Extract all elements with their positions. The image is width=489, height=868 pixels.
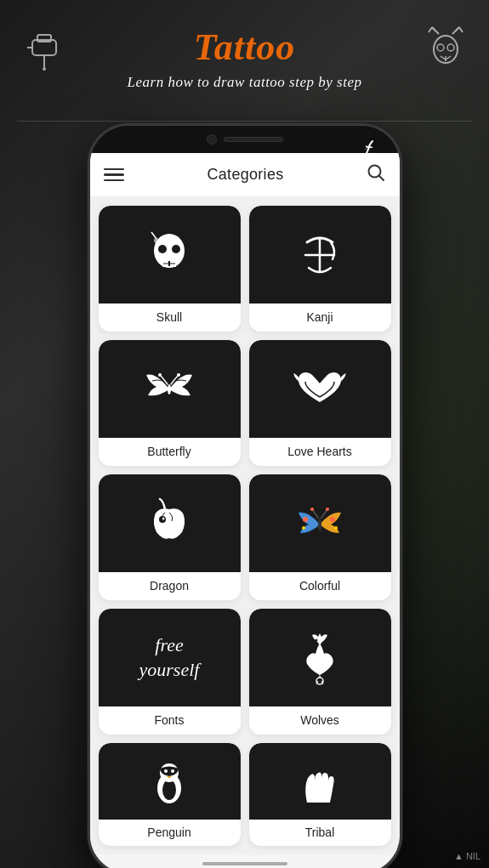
home-bar — [202, 862, 287, 865]
penguin-image — [99, 743, 241, 820]
phone-home-indicator — [90, 854, 400, 868]
svg-point-29 — [303, 517, 308, 522]
phone-screen: Categories — [90, 153, 400, 854]
fonts-image: freeyourself — [99, 609, 241, 706]
category-card-kanji[interactable]: Kanji — [249, 206, 391, 332]
svg-point-34 — [310, 508, 314, 511]
kanji-image — [249, 206, 391, 304]
search-button[interactable] — [367, 163, 385, 186]
penguin-label: Penguin — [99, 820, 241, 846]
screen-topbar: Categories — [90, 153, 400, 197]
category-card-tribal[interactable]: Tribal — [249, 743, 391, 846]
app-header: Tattoo Learn how to draw tattoo step by … — [0, 0, 489, 91]
svg-point-36 — [316, 638, 318, 641]
svg-line-16 — [379, 176, 384, 181]
svg-line-9 — [459, 27, 463, 32]
svg-point-26 — [177, 373, 180, 377]
phone-speaker — [224, 137, 283, 142]
svg-point-35 — [326, 508, 329, 511]
svg-point-45 — [171, 769, 174, 773]
deer-skull-icon — [424, 26, 468, 80]
colorful-image — [249, 474, 391, 572]
category-card-dragon[interactable]: Dragon — [99, 474, 241, 600]
skull-image — [99, 206, 241, 304]
svg-point-3 — [43, 67, 46, 71]
screen-title: Categories — [207, 166, 283, 184]
tribal-label: Tribal — [249, 820, 391, 846]
svg-point-37 — [316, 678, 323, 684]
svg-point-18 — [158, 245, 167, 253]
svg-point-12 — [437, 44, 444, 51]
category-card-love-hearts[interactable]: Love Hearts — [249, 340, 391, 466]
svg-point-33 — [318, 518, 321, 531]
dragon-label: Dragon — [99, 572, 241, 600]
svg-point-19 — [172, 245, 180, 253]
svg-point-42 — [162, 780, 176, 800]
app-subtitle: Learn how to draw tattoo step by step — [0, 74, 489, 91]
fonts-label: Fonts — [99, 706, 241, 735]
phone-frame: Categories — [88, 123, 402, 868]
category-card-penguin[interactable]: Penguin — [99, 743, 241, 846]
svg-point-31 — [302, 526, 305, 530]
svg-point-30 — [330, 517, 335, 522]
svg-point-44 — [164, 769, 168, 773]
wolves-image — [249, 609, 391, 706]
bottom-partial-grid: Penguin Tribal — [90, 743, 400, 854]
tattoo-machine-icon — [26, 30, 70, 77]
phone-camera — [207, 134, 217, 145]
menu-button[interactable] — [104, 168, 124, 182]
dragon-image — [99, 474, 241, 572]
category-card-skull[interactable]: Skull — [99, 206, 241, 332]
category-card-wolves[interactable]: Wolves — [249, 609, 391, 735]
kanji-label: Kanji — [249, 304, 391, 332]
love-hearts-label: Love Hearts — [249, 438, 391, 466]
butterfly-image — [99, 340, 241, 438]
svg-line-6 — [429, 27, 432, 32]
svg-point-13 — [447, 44, 454, 51]
categories-grid: Skull Kanji — [90, 197, 400, 743]
phone-notch — [90, 126, 400, 153]
category-card-colorful[interactable]: Colorful — [249, 474, 391, 600]
svg-line-10 — [456, 27, 459, 31]
skull-label: Skull — [99, 304, 241, 332]
wolves-label: Wolves — [249, 706, 391, 735]
tribal-image — [249, 743, 391, 820]
fonts-text: freeyourself — [139, 633, 200, 682]
category-card-fonts[interactable]: freeyourself Fonts — [99, 609, 241, 735]
colorful-label: Colorful — [249, 572, 391, 600]
butterfly-label: Butterfly — [99, 438, 241, 466]
svg-line-23 — [151, 232, 156, 239]
svg-point-24 — [168, 384, 171, 394]
category-card-butterfly[interactable]: Butterfly — [99, 340, 241, 466]
svg-point-25 — [158, 373, 162, 377]
watermark: ▲ NIL — [454, 851, 480, 861]
love-hearts-image — [249, 340, 391, 438]
svg-line-7 — [432, 27, 435, 31]
app-title: Tattoo — [0, 26, 489, 69]
svg-point-32 — [334, 526, 338, 530]
